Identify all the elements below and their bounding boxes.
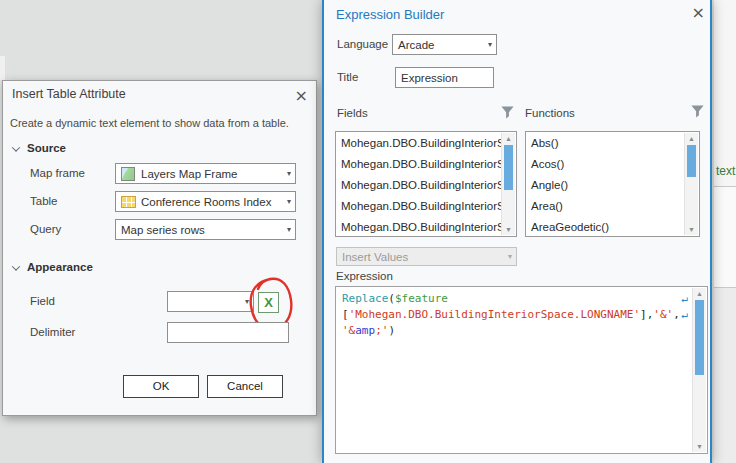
ok-button[interactable]: OK bbox=[123, 375, 199, 398]
expression-code[interactable]: Replace($feature↵['Mohegan.DBO.BuildingI… bbox=[337, 288, 692, 452]
functions-filter-icon[interactable] bbox=[690, 104, 705, 119]
code-segment: ], bbox=[640, 308, 653, 321]
scroll-down-icon[interactable]: ▼ bbox=[685, 224, 698, 235]
code-segment: ( bbox=[388, 292, 395, 305]
table-value: Conference Rooms Index bbox=[141, 196, 271, 208]
map-frame-label: Map frame bbox=[30, 163, 85, 184]
title-input[interactable] bbox=[395, 67, 494, 88]
insert-values-dropdown[interactable]: Insert Values bbox=[336, 247, 517, 266]
scrollbar-thumb[interactable] bbox=[695, 300, 704, 375]
expression-scrollbar[interactable]: ▲ ▼ bbox=[692, 288, 706, 452]
list-item[interactable]: Abs() bbox=[526, 133, 685, 154]
code-line: ['Mohegan.DBO.BuildingInteriorSpace.LONG… bbox=[342, 307, 672, 323]
cancel-button[interactable]: Cancel bbox=[207, 375, 283, 398]
fields-scrollbar[interactable]: ▲ ▼ bbox=[501, 133, 515, 235]
fields-list: Mohegan.DBO.BuildingInteriorSpaceMohegan… bbox=[335, 131, 517, 237]
scroll-up-icon[interactable]: ▲ bbox=[502, 133, 515, 144]
screen: text Insert Table Attribute × Create a d… bbox=[0, 0, 736, 463]
list-item[interactable]: Mohegan.DBO.BuildingInteriorSpace bbox=[336, 133, 502, 154]
scroll-up-icon[interactable]: ▲ bbox=[693, 288, 706, 299]
code-segment: $feature bbox=[395, 292, 448, 305]
functions-label: Functions bbox=[525, 103, 575, 124]
table-icon bbox=[121, 196, 136, 208]
insert-values-label: Insert Values bbox=[342, 251, 408, 263]
delimiter-input[interactable] bbox=[167, 322, 289, 343]
list-item[interactable]: Area() bbox=[526, 196, 685, 217]
expression-editor[interactable]: Replace($feature↵['Mohegan.DBO.BuildingI… bbox=[335, 286, 708, 454]
scroll-down-icon[interactable]: ▼ bbox=[693, 441, 706, 452]
code-segment: Replace bbox=[342, 292, 388, 305]
field-dropdown[interactable] bbox=[167, 291, 254, 312]
language-dropdown[interactable]: Arcade bbox=[392, 34, 497, 55]
scrollbar-thumb[interactable] bbox=[504, 145, 513, 190]
fields-label: Fields bbox=[337, 103, 368, 124]
fields-list-items: Mohegan.DBO.BuildingInteriorSpaceMohegan… bbox=[336, 133, 502, 235]
background-panel bbox=[714, 0, 736, 187]
list-item[interactable]: Mohegan.DBO.BuildingInteriorSpace bbox=[336, 175, 502, 196]
code-segment: '&' bbox=[653, 308, 673, 321]
code-segment: 'Mohegan.DBO.BuildingInteriorSpace.LONGN… bbox=[349, 308, 640, 321]
dialog-description: Create a dynamic text element to show da… bbox=[10, 117, 289, 129]
green-x-icon: X bbox=[264, 295, 273, 310]
code-segment: amp bbox=[355, 324, 375, 337]
map-frame-dropdown[interactable]: Layers Map Frame bbox=[115, 163, 296, 184]
language-value: Arcade bbox=[398, 39, 434, 51]
section-appearance[interactable]: Appearance bbox=[13, 261, 93, 273]
list-item[interactable]: Mohegan.DBO.BuildingInteriorSpace bbox=[336, 154, 502, 175]
functions-list-items: Abs()Acos()Angle()Area()AreaGeodetic() bbox=[526, 133, 685, 235]
background-divider bbox=[714, 186, 736, 187]
background-panel bbox=[714, 287, 736, 463]
dialog-title: Insert Table Attribute bbox=[12, 87, 126, 101]
set-expression-button[interactable]: X bbox=[258, 292, 279, 313]
list-item[interactable]: Mohegan.DBO.BuildingInteriorSpace bbox=[336, 196, 502, 217]
list-item[interactable]: Angle() bbox=[526, 175, 685, 196]
section-source[interactable]: Source bbox=[13, 142, 66, 154]
fields-filter-icon[interactable] bbox=[500, 105, 515, 120]
scroll-down-icon[interactable]: ▼ bbox=[502, 224, 515, 235]
code-segment: [ bbox=[342, 308, 349, 321]
list-item[interactable]: AreaGeodetic() bbox=[526, 217, 685, 235]
list-item[interactable]: Acos() bbox=[526, 154, 685, 175]
language-label: Language bbox=[337, 34, 388, 55]
expression-builder-dialog: Expression Builder × Language Arcade Tit… bbox=[322, 0, 712, 463]
code-line: '&amp;') bbox=[342, 323, 672, 339]
chevron-down-icon bbox=[12, 143, 20, 151]
dialog-title: Expression Builder bbox=[336, 7, 444, 22]
query-value: Map series rows bbox=[121, 224, 205, 236]
code-segment: ;' bbox=[375, 324, 388, 337]
field-label: Field bbox=[30, 291, 55, 312]
wrap-arrow-icon: ↵ bbox=[681, 307, 688, 323]
scrollbar-thumb[interactable] bbox=[687, 145, 696, 177]
functions-scrollbar[interactable]: ▲ ▼ bbox=[684, 133, 698, 235]
functions-list: Abs()Acos()Angle()Area()AreaGeodetic() ▲… bbox=[525, 131, 700, 237]
table-label: Table bbox=[30, 191, 58, 212]
delimiter-label: Delimiter bbox=[30, 322, 75, 343]
title-label: Title bbox=[337, 67, 358, 88]
table-dropdown[interactable]: Conference Rooms Index bbox=[115, 191, 296, 212]
expression-label: Expression bbox=[336, 266, 393, 287]
query-label: Query bbox=[30, 219, 61, 240]
background-panel bbox=[0, 56, 5, 80]
close-icon[interactable]: × bbox=[692, 6, 705, 20]
query-dropdown[interactable]: Map series rows bbox=[115, 219, 296, 240]
code-segment: '& bbox=[342, 324, 355, 337]
code-line: Replace($feature↵ bbox=[342, 291, 672, 307]
insert-table-attribute-dialog: Insert Table Attribute × Create a dynami… bbox=[2, 80, 317, 416]
background-clipped-text: text bbox=[716, 164, 735, 178]
background-divider bbox=[714, 287, 736, 288]
map-frame-icon bbox=[121, 167, 135, 181]
map-frame-value: Layers Map Frame bbox=[141, 168, 238, 180]
list-item[interactable]: Mohegan.DBO.BuildingInteriorSpace bbox=[336, 217, 502, 235]
wrap-arrow-icon: ↵ bbox=[681, 291, 688, 307]
background-panel bbox=[714, 187, 736, 287]
chevron-down-icon bbox=[12, 262, 20, 270]
close-icon[interactable]: × bbox=[295, 89, 308, 103]
code-segment: ) bbox=[388, 324, 395, 337]
scroll-up-icon[interactable]: ▲ bbox=[685, 133, 698, 144]
code-segment: , bbox=[673, 308, 680, 321]
